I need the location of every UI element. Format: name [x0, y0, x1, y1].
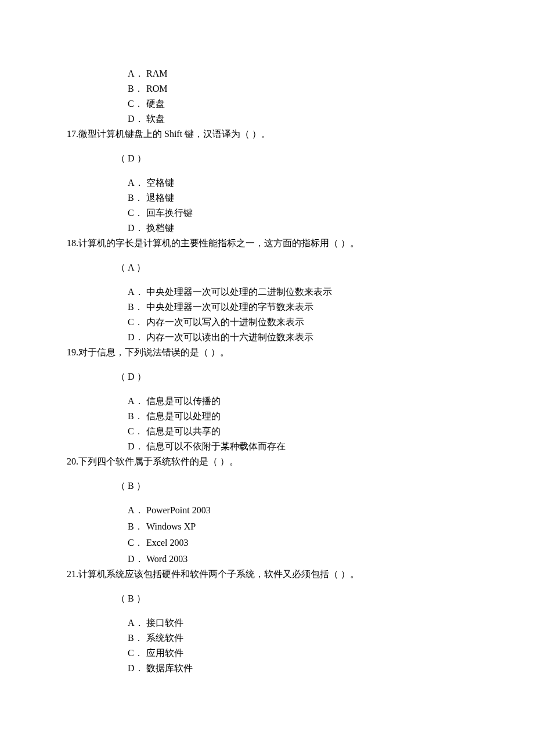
option-row: C． 硬盘 [128, 97, 482, 111]
option-letter: A． [128, 67, 146, 81]
q17-options: A． 空格键 B． 退格键 C． 回车换行键 D． 换档键 [128, 176, 482, 235]
option-row: B． ROM [128, 82, 482, 96]
option-row: B． 中央处理器一次可以处理的字节数来表示 [128, 300, 482, 314]
option-row: A． RAM [128, 67, 482, 81]
option-text: 数据库软件 [146, 661, 482, 675]
answer-18: （ A ） [116, 261, 482, 275]
question-text: 键，汉语译为（ ）。 [182, 129, 270, 139]
question-text: 下列四个软件属于系统软件的是（ ）。 [78, 456, 239, 466]
option-row: D． 数据库软件 [128, 661, 482, 675]
option-text: 应用软件 [146, 646, 482, 660]
option-letter: D． [128, 112, 146, 126]
option-row: D． 软盘 [128, 112, 482, 126]
q18-options: A． 中央处理器一次可以处理的二进制位数来表示 B． 中央处理器一次可以处理的字… [128, 285, 482, 344]
option-letter: C． [128, 424, 146, 438]
question-text: 微型计算机键盘上的 [78, 129, 164, 139]
q16-options: A． RAM B． ROM C． 硬盘 D． 软盘 [128, 67, 482, 126]
option-text: Excel 2003 [146, 536, 482, 550]
option-text: PowerPoint 2003 [146, 503, 482, 517]
question-number: 18. [67, 238, 78, 248]
option-row: A． 空格键 [128, 176, 482, 190]
option-text: 回车换行键 [146, 206, 482, 220]
option-text: 换档键 [146, 221, 482, 235]
option-text: 空格键 [146, 176, 482, 190]
option-letter: B． [128, 82, 146, 96]
option-row: D． Word 2003 [128, 552, 482, 566]
question-number: 17. [67, 129, 78, 139]
q21-options: A． 接口软件 B． 系统软件 C． 应用软件 D． 数据库软件 [128, 616, 482, 675]
option-letter: D． [128, 221, 146, 235]
option-letter: D． [128, 440, 146, 453]
option-letter: A． [128, 394, 146, 408]
option-letter: C． [128, 536, 146, 550]
option-text: 软盘 [146, 112, 482, 126]
option-letter: D． [128, 330, 146, 344]
option-row: A． 中央处理器一次可以处理的二进制位数来表示 [128, 285, 482, 299]
option-row: D． 信息可以不依附于某种载体而存在 [128, 440, 482, 453]
option-text: 中央处理器一次可以处理的二进制位数来表示 [146, 285, 482, 299]
question-text: 计算机系统应该包括硬件和软件两个子系统，软件又必须包括（ ）。 [78, 569, 359, 579]
question-number: 21. [67, 569, 78, 579]
option-letter: B． [128, 520, 146, 534]
option-text: 信息可以不依附于某种载体而存在 [146, 440, 482, 453]
option-text: RAM [146, 67, 482, 81]
option-row: D． 内存一次可以读出的十六进制位数来表示 [128, 330, 482, 344]
option-row: C． 内存一次可以写入的十进制位数来表示 [128, 315, 482, 329]
question-20: 20.下列四个软件属于系统软件的是（ ）。 [67, 455, 482, 469]
option-letter: B． [128, 409, 146, 423]
option-text: 接口软件 [146, 616, 482, 630]
option-letter: C． [128, 97, 146, 111]
answer-19: （ D ） [116, 370, 482, 384]
option-text: 信息是可以共享的 [146, 424, 482, 438]
option-row: A． PowerPoint 2003 [128, 503, 482, 517]
option-letter: A． [128, 503, 146, 517]
option-row: A． 接口软件 [128, 616, 482, 630]
question-text: 计算机的字长是计算机的主要性能指标之一，这方面的指标用（ ）。 [78, 238, 359, 248]
option-letter: D． [128, 661, 146, 675]
option-text: 内存一次可以写入的十进制位数来表示 [146, 315, 482, 329]
question-text: 对于信息，下列说法错误的是（ ）。 [78, 347, 229, 357]
question-number: 19. [67, 347, 78, 357]
answer-17: （ D ） [116, 152, 482, 165]
answer-20: （ B ） [116, 479, 482, 493]
option-letter: A． [128, 176, 146, 190]
question-19: 19.对于信息，下列说法错误的是（ ）。 [67, 345, 482, 359]
option-row: C． 应用软件 [128, 646, 482, 660]
question-21: 21.计算机系统应该包括硬件和软件两个子系统，软件又必须包括（ ）。 [67, 567, 482, 581]
option-letter: B． [128, 631, 146, 645]
option-text: 中央处理器一次可以处理的字节数来表示 [146, 300, 482, 314]
option-text: 信息是可以传播的 [146, 394, 482, 408]
option-row: C． 信息是可以共享的 [128, 424, 482, 438]
option-row: D． 换档键 [128, 221, 482, 235]
q20-options: A． PowerPoint 2003 B． Windows XP C． Exce… [128, 503, 482, 566]
option-letter: C． [128, 646, 146, 660]
option-letter: D． [128, 552, 146, 566]
option-row: B． 系统软件 [128, 631, 482, 645]
option-letter: B． [128, 191, 146, 205]
option-text: 内存一次可以读出的十六进制位数来表示 [146, 330, 482, 344]
option-text: Word 2003 [146, 552, 482, 566]
option-letter: B． [128, 300, 146, 314]
option-row: B． Windows XP [128, 520, 482, 534]
option-letter: A． [128, 285, 146, 299]
option-letter: A． [128, 616, 146, 630]
option-text: ROM [146, 82, 482, 96]
option-row: C． 回车换行键 [128, 206, 482, 220]
option-letter: C． [128, 206, 146, 220]
option-text: 硬盘 [146, 97, 482, 111]
question-17: 17.微型计算机键盘上的 Shift 键，汉语译为（ ）。 [67, 127, 482, 141]
question-number: 20. [67, 456, 78, 466]
question-text-en: Shift [164, 129, 182, 139]
option-row: A． 信息是可以传播的 [128, 394, 482, 408]
option-text: Windows XP [146, 520, 482, 534]
option-text: 系统软件 [146, 631, 482, 645]
q19-options: A． 信息是可以传播的 B． 信息是可以处理的 C． 信息是可以共享的 D． 信… [128, 394, 482, 453]
answer-21: （ B ） [116, 592, 482, 606]
option-row: B． 信息是可以处理的 [128, 409, 482, 423]
option-row: C． Excel 2003 [128, 536, 482, 550]
option-text: 退格键 [146, 191, 482, 205]
option-letter: C． [128, 315, 146, 329]
option-row: B． 退格键 [128, 191, 482, 205]
question-18: 18.计算机的字长是计算机的主要性能指标之一，这方面的指标用（ ）。 [67, 236, 482, 250]
option-text: 信息是可以处理的 [146, 409, 482, 423]
